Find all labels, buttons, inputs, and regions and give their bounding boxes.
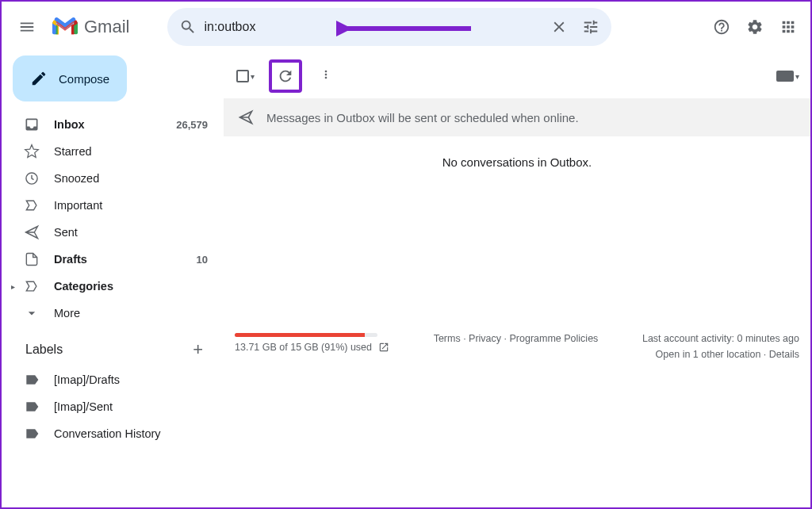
- label-text: [Imap]/Sent: [54, 400, 208, 413]
- last-activity: Last account activity: 0 minutes ago: [642, 333, 799, 344]
- refresh-icon: [277, 67, 294, 85]
- clock-icon: [24, 170, 40, 186]
- help-icon: [713, 18, 730, 36]
- label-icon: [24, 399, 40, 415]
- send-icon: [238, 109, 254, 125]
- kebab-icon: [320, 67, 332, 82]
- sidebar-item-label: Snoozed: [54, 172, 208, 185]
- sent-icon: [24, 224, 40, 240]
- logo-area[interactable]: Gmail: [52, 17, 129, 37]
- sidebar-item-inbox[interactable]: Inbox26,579: [8, 111, 217, 138]
- sidebar-item-label: Sent: [54, 226, 208, 239]
- sidebar-item-label: Important: [54, 199, 208, 212]
- programme-link[interactable]: Programme Policies: [510, 333, 599, 344]
- search-input[interactable]: [204, 20, 543, 34]
- sidebar-item-label: Categories: [54, 280, 208, 293]
- storage-text: 13.71 GB of 15 GB (91%) used: [235, 342, 372, 353]
- settings-button[interactable]: [739, 11, 771, 43]
- open-external-icon[interactable]: [378, 342, 389, 353]
- outbox-notice: Messages in Outbox will be sent or sched…: [224, 98, 810, 136]
- sidebar-item-important[interactable]: Important: [8, 192, 217, 219]
- sidebar-item-categories[interactable]: Categories: [8, 273, 217, 300]
- main-menu-button[interactable]: [8, 8, 46, 46]
- body: Compose Inbox26,579StarredSnoozedImporta…: [2, 52, 810, 507]
- compose-label: Compose: [59, 72, 109, 86]
- sidebar-item-snoozed[interactable]: Snoozed: [8, 165, 217, 192]
- gmail-logo-icon: [52, 17, 78, 36]
- categories-icon: [24, 278, 40, 294]
- open-location-link[interactable]: Open in 1 other location: [656, 349, 761, 360]
- header-actions: [706, 11, 804, 43]
- label-item[interactable]: [Imap]/Drafts: [8, 366, 217, 393]
- keyboard-icon: [776, 71, 794, 82]
- more-actions-button[interactable]: [315, 63, 337, 90]
- sidebar-item-label: Inbox: [54, 118, 162, 131]
- sidebar-item-count: 26,579: [176, 119, 208, 131]
- important-icon: [24, 197, 40, 213]
- sidebar: Compose Inbox26,579StarredSnoozedImporta…: [2, 52, 224, 507]
- chevron-down-icon: ▾: [795, 72, 799, 81]
- label-item[interactable]: Conversation History: [8, 420, 217, 447]
- footer-links: Terms · Privacy · Programme Policies: [434, 333, 599, 360]
- apps-button[interactable]: [772, 11, 804, 43]
- close-icon: [550, 18, 568, 36]
- drafts-icon: [24, 251, 40, 267]
- inbox-icon: [24, 117, 40, 132]
- hamburger-icon: [18, 18, 36, 36]
- add-label-button[interactable]: +: [193, 339, 203, 360]
- chevron-down-icon: ▾: [251, 72, 255, 81]
- toolbar: ▾ ▾: [224, 57, 810, 95]
- empty-conversations-text: No conversations in Outbox.: [224, 136, 810, 188]
- support-button[interactable]: [706, 11, 737, 43]
- search-icon[interactable]: [172, 11, 204, 43]
- terms-link[interactable]: Terms: [434, 333, 461, 344]
- compose-button[interactable]: Compose: [13, 55, 127, 101]
- sidebar-item-label: Starred: [54, 145, 208, 158]
- select-all-checkbox[interactable]: ▾: [235, 68, 256, 84]
- sidebar-item-drafts[interactable]: Drafts10: [8, 246, 217, 273]
- privacy-link[interactable]: Privacy: [469, 333, 501, 344]
- sidebar-item-label: Drafts: [54, 253, 182, 266]
- refresh-button[interactable]: [272, 63, 299, 90]
- labels-header: Labels +: [8, 327, 217, 366]
- label-text: [Imap]/Drafts: [54, 373, 208, 386]
- sidebar-item-sent[interactable]: Sent: [8, 219, 217, 246]
- tune-icon: [582, 18, 599, 36]
- storage-section: 13.71 GB of 15 GB (91%) used: [235, 333, 389, 360]
- details-link[interactable]: Details: [769, 349, 799, 360]
- apps-grid-icon: [779, 18, 797, 36]
- label-icon: [24, 372, 40, 388]
- sidebar-item-label: More: [54, 307, 208, 320]
- search-bar[interactable]: [167, 8, 611, 46]
- footer: 13.71 GB of 15 GB (91%) used Terms · Pri…: [224, 333, 810, 360]
- main-content: ▾ ▾ Messages in Outbox will be sent or s…: [224, 52, 810, 507]
- clear-search-button[interactable]: [543, 11, 575, 43]
- sidebar-item-starred[interactable]: Starred: [8, 138, 217, 165]
- label-item[interactable]: [Imap]/Sent: [8, 393, 217, 420]
- sidebar-item-count: 10: [197, 254, 208, 266]
- star-icon: [24, 144, 40, 159]
- sidebar-item-more[interactable]: More: [8, 300, 217, 327]
- storage-fill: [235, 333, 365, 337]
- app-header: Gmail: [2, 2, 810, 52]
- storage-bar: [235, 333, 377, 337]
- input-tools[interactable]: ▾: [776, 71, 799, 82]
- checkbox-icon: [236, 70, 249, 82]
- pencil-icon: [30, 70, 48, 87]
- label-icon: [24, 426, 40, 442]
- activity-section: Last account activity: 0 minutes ago Ope…: [642, 333, 799, 360]
- product-name: Gmail: [84, 17, 129, 37]
- more-icon: [24, 305, 40, 321]
- refresh-button-highlighted: [269, 59, 302, 93]
- label-text: Conversation History: [54, 427, 208, 440]
- gear-icon: [746, 18, 764, 36]
- labels-title: Labels: [25, 343, 63, 357]
- notice-text: Messages in Outbox will be sent or sched…: [266, 111, 579, 124]
- search-options-button[interactable]: [575, 11, 607, 43]
